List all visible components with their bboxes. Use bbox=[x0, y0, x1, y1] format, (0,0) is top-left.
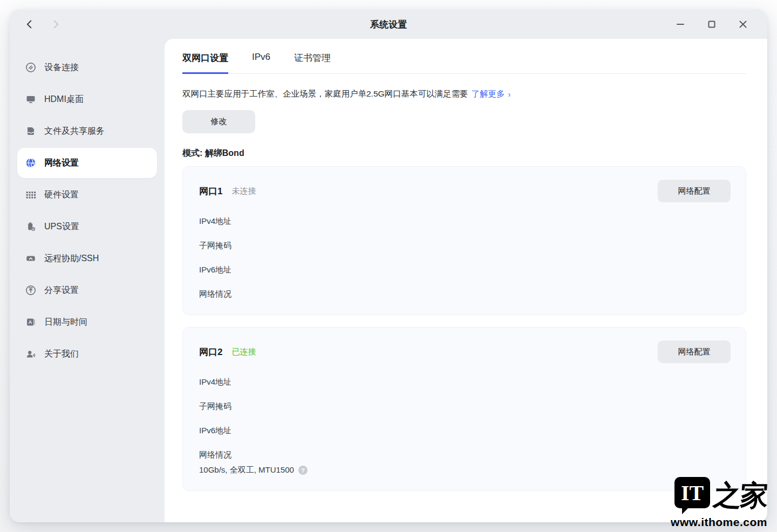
sidebar-item-label: 远程协助/SSH bbox=[44, 253, 99, 264]
close-icon bbox=[738, 19, 748, 29]
tab-dual-port-settings[interactable]: 双网口设置 bbox=[182, 52, 228, 74]
field-ipv4-address: IPv4地址 bbox=[199, 377, 731, 387]
field-network-status: 网络情况 bbox=[199, 289, 731, 299]
port-name: 网口2 bbox=[199, 346, 222, 358]
window-controls bbox=[674, 18, 749, 30]
description-text: 双网口主要应用于工作室、企业场景，家庭用户单2.5G网口基本可以满足需要 bbox=[182, 88, 468, 100]
maximize-icon bbox=[707, 19, 717, 29]
file-share-icon bbox=[25, 126, 36, 137]
sidebar-item-label: HDMI桌面 bbox=[44, 94, 84, 105]
network-detail-value: 10Gb/s, 全双工, MTU1500 bbox=[199, 465, 294, 475]
svg-text:A: A bbox=[29, 319, 32, 325]
sidebar-item-label: 日期与时间 bbox=[44, 317, 87, 328]
sidebar-item-label: 关于我们 bbox=[44, 349, 79, 360]
tab-cert-management[interactable]: 证书管理 bbox=[294, 52, 331, 73]
monitor-icon bbox=[25, 94, 36, 105]
help-icon[interactable]: ? bbox=[298, 466, 308, 475]
grid-icon bbox=[25, 189, 36, 200]
settings-window: 系统设置 bbox=[10, 10, 767, 522]
port2-card: 网口2 已连接 网络配置 IPv4地址 子网掩码 IPv6地址 网络情况 10G… bbox=[182, 327, 746, 491]
sidebar: 设备连接 HDMI桌面 文件及共享服务 bbox=[10, 39, 165, 522]
minimize-icon bbox=[676, 19, 685, 29]
sidebar-item-ups-settings[interactable]: UPS设置 bbox=[17, 212, 157, 242]
maximize-button[interactable] bbox=[706, 18, 718, 30]
sidebar-item-share-settings[interactable]: 分享设置 bbox=[17, 275, 157, 305]
main-panel: 双网口设置 IPv6 证书管理 双网口主要应用于工作室、企业场景，家庭用户单2.… bbox=[165, 39, 767, 522]
remote-icon bbox=[25, 253, 36, 264]
port1-card: 网口1 未连接 网络配置 IPv4地址 子网掩码 IPv6地址 网络情况 bbox=[182, 166, 746, 315]
ithome-logo-zhijia: 之家 bbox=[712, 483, 768, 508]
network-detail-row: 10Gb/s, 全双工, MTU1500 ? bbox=[199, 465, 731, 475]
mode-label: 模式: 解绑Bond bbox=[182, 148, 746, 159]
learn-more-chevron-icon[interactable]: › bbox=[508, 90, 511, 99]
field-network-status: 网络情况 bbox=[199, 450, 731, 460]
port-status: 已连接 bbox=[231, 347, 256, 357]
learn-more-link[interactable]: 了解更多 bbox=[472, 88, 505, 100]
description-row: 双网口主要应用于工作室、企业场景，家庭用户单2.5G网口基本可以满足需要 了解更… bbox=[182, 88, 746, 100]
sidebar-item-date-time[interactable]: A 日期与时间 bbox=[17, 307, 157, 337]
sidebar-item-remote-ssh[interactable]: 远程协助/SSH bbox=[17, 243, 157, 274]
ithome-watermark: IT 之家 www.ithome.com bbox=[632, 477, 767, 529]
modify-button[interactable]: 修改 bbox=[182, 110, 255, 133]
tab-bar: 双网口设置 IPv6 证书管理 bbox=[182, 39, 746, 74]
window-title: 系统设置 bbox=[10, 18, 767, 31]
minimize-button[interactable] bbox=[674, 18, 686, 30]
titlebar: 系统设置 bbox=[10, 10, 767, 39]
sidebar-item-label: 硬件设置 bbox=[44, 189, 79, 201]
field-ipv6-address: IPv6地址 bbox=[199, 426, 731, 436]
network-config-button[interactable]: 网络配置 bbox=[658, 340, 731, 363]
close-button[interactable] bbox=[737, 18, 749, 30]
sidebar-item-file-share[interactable]: 文件及共享服务 bbox=[17, 116, 157, 146]
field-subnet-mask: 子网掩码 bbox=[199, 241, 731, 251]
battery-icon bbox=[25, 221, 36, 232]
tab-ipv6[interactable]: IPv6 bbox=[252, 52, 270, 73]
network-config-button[interactable]: 网络配置 bbox=[658, 180, 731, 202]
sidebar-item-label: UPS设置 bbox=[44, 221, 79, 233]
port-name: 网口1 bbox=[199, 185, 222, 197]
port1-header: 网口1 未连接 网络配置 bbox=[199, 180, 731, 202]
sidebar-item-label: 分享设置 bbox=[44, 285, 79, 296]
calendar-icon: A bbox=[25, 317, 36, 328]
ithome-logo-icon: IT bbox=[674, 477, 710, 508]
user-icon bbox=[25, 349, 36, 359]
upload-circle-icon bbox=[25, 285, 36, 296]
ithome-url: www.ithome.com bbox=[632, 516, 767, 529]
link-icon bbox=[25, 62, 36, 73]
sidebar-item-label: 文件及共享服务 bbox=[44, 126, 105, 137]
port2-header: 网口2 已连接 网络配置 bbox=[199, 340, 731, 363]
globe-icon bbox=[25, 158, 36, 168]
field-ipv6-address: IPv6地址 bbox=[199, 265, 731, 275]
field-ipv4-address: IPv4地址 bbox=[199, 216, 731, 227]
sidebar-item-device-connect[interactable]: 设备连接 bbox=[17, 52, 157, 83]
port-status: 未连接 bbox=[231, 186, 256, 196]
field-subnet-mask: 子网掩码 bbox=[199, 401, 731, 412]
sidebar-item-network-settings[interactable]: 网络设置 bbox=[17, 148, 157, 178]
sidebar-item-hardware-settings[interactable]: 硬件设置 bbox=[17, 180, 157, 210]
sidebar-item-label: 设备连接 bbox=[44, 62, 79, 73]
sidebar-item-hdmi-desktop[interactable]: HDMI桌面 bbox=[17, 84, 157, 114]
sidebar-item-label: 网络设置 bbox=[44, 158, 79, 169]
sidebar-item-about-us[interactable]: 关于我们 bbox=[17, 339, 157, 369]
